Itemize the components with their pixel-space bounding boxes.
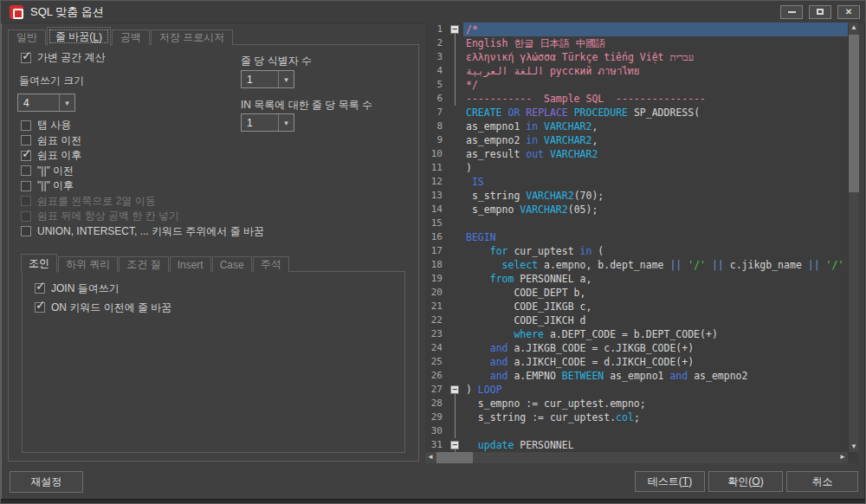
code-text[interactable]: )	[463, 161, 848, 175]
fold-collapse-icon[interactable]	[450, 385, 459, 394]
code-line[interactable]: 29 s_string := cur_uptest.col;	[425, 410, 848, 424]
code-text[interactable]: where a.DEPT_CODE = b.DEPT_CODE(+)	[463, 327, 848, 341]
code-text[interactable]: BEGIN	[463, 230, 848, 244]
code-text[interactable]: CODE_JIKCH d	[463, 313, 848, 327]
code-text[interactable]: as_empno1 in VARCHAR2,	[463, 120, 848, 133]
code-line[interactable]: 19 from PERSONNEL a,	[425, 272, 848, 286]
in-list-per-line-select[interactable]: 1	[241, 113, 294, 132]
code-text[interactable]: CREATE OR REPLACE PROCEDURE SP_ADDRESS(	[463, 106, 848, 120]
vertical-scroll-thumb[interactable]	[849, 35, 859, 192]
vertical-scrollbar[interactable]: ▲ ▼	[848, 23, 858, 452]
maximize-button[interactable]	[809, 5, 831, 19]
sql-preview-editor[interactable]: 1/*2English 한글 日本語 中國語3ελληνική γλώσσα T…	[425, 23, 858, 463]
chevron-down-icon[interactable]	[278, 71, 294, 87]
reset-button[interactable]: 재설정	[10, 471, 83, 493]
code-line[interactable]: 14 s_empno VARCHAR2(05);	[425, 203, 848, 216]
code-line[interactable]: 30	[425, 424, 848, 438]
checkbox-box[interactable]	[35, 302, 45, 313]
code-line[interactable]: 1/*	[425, 23, 848, 36]
code-text[interactable]: select a.empno, b.dept_name || '/' || c.…	[463, 258, 848, 272]
variable-space-checkbox[interactable]: 가변 공간 계산	[21, 50, 106, 66]
checkbox-box[interactable]	[35, 283, 45, 294]
ok-button[interactable]: 확인(O)	[708, 471, 783, 492]
code-line[interactable]: 2English 한글 日本語 中國語	[425, 36, 848, 50]
fold-collapse-icon[interactable]	[450, 441, 459, 449]
code-text-selected-line[interactable]: /*	[463, 23, 848, 36]
chevron-down-icon[interactable]	[278, 114, 294, 131]
code-line[interactable]: 18 select a.empno, b.dept_name || '/' ||…	[425, 258, 848, 272]
code-line[interactable]: 6----------- Sample SQL ---------------	[425, 92, 848, 106]
code-text[interactable]: and a.JIKGB_CODE = c.JIKGB_CODE(+)	[463, 341, 848, 355]
code-line[interactable]: 26 and a.EMPNO BETWEEN as_empno1 and as_…	[425, 369, 848, 383]
code-text[interactable]: s_string := cur_uptest.col;	[463, 410, 848, 424]
fold-margin[interactable]	[448, 383, 463, 397]
code-line[interactable]: 27) LOOP	[425, 383, 848, 397]
code-line[interactable]: 17 for cur_uptest in (	[425, 244, 848, 258]
subtab-condition[interactable]: 조건 절	[119, 256, 168, 272]
code-line[interactable]: 9as_empno2 in VARCHAR2,	[425, 133, 848, 147]
code-text[interactable]: English 한글 日本語 中國語	[463, 36, 848, 50]
fold-collapse-icon[interactable]	[450, 25, 459, 34]
code-text[interactable]: update PERSONNEL	[463, 438, 848, 452]
checkbox-box[interactable]	[21, 151, 31, 161]
code-text[interactable]: CODE_JIKGB c,	[463, 300, 848, 313]
tab-general[interactable]: 일반	[8, 29, 46, 45]
tab-stored-procedure[interactable]: 저장 프로시저	[151, 29, 233, 45]
subtab-subquery[interactable]: 하위 쿼리	[58, 256, 118, 272]
code-line[interactable]: 21 CODE_JIKGB c,	[425, 300, 848, 313]
horizontal-scrollbar[interactable]: ◄ ►	[425, 452, 848, 463]
code-line[interactable]: 16BEGIN	[425, 230, 848, 244]
join-indent-checkbox[interactable]: JOIN 들여쓰기	[35, 279, 171, 298]
tab-line-break[interactable]: 줄 바꿈(L)	[47, 27, 111, 46]
scroll-right-icon[interactable]: ►	[837, 452, 848, 462]
subtab-insert[interactable]: Insert	[170, 256, 211, 272]
close-button[interactable]	[837, 5, 860, 19]
scroll-down-icon[interactable]: ▼	[849, 442, 859, 452]
checkbox-box[interactable]	[21, 53, 31, 63]
subtab-case[interactable]: Case	[212, 256, 252, 272]
use-tab-checkbox[interactable]: 탭 사용	[21, 118, 264, 133]
scroll-up-icon[interactable]: ▲	[849, 23, 859, 33]
chevron-down-icon[interactable]	[59, 94, 74, 111]
code-text[interactable]: s_string VARCHAR2(70);	[463, 189, 848, 203]
minimize-button[interactable]	[780, 5, 803, 19]
code-area[interactable]: 1/*2English 한글 日本語 中國語3ελληνική γλώσσα T…	[425, 23, 848, 452]
checkbox-box[interactable]	[21, 226, 31, 236]
test-button[interactable]: 테스트(T)	[635, 471, 705, 492]
code-text[interactable]: ) LOOP	[463, 383, 848, 397]
code-line[interactable]: 5*/	[425, 78, 848, 92]
checkbox-box[interactable]	[21, 181, 31, 191]
fold-margin[interactable]	[448, 438, 463, 452]
code-text[interactable]: for cur_uptest in (	[463, 244, 848, 258]
code-text[interactable]: and a.JIKCH_CODE = d.JIKCH_CODE(+)	[463, 355, 848, 369]
code-line[interactable]: 4اللغة العربية русский ภาษาไทย	[425, 64, 848, 78]
scroll-left-icon[interactable]: ◄	[425, 452, 436, 462]
subtab-comment[interactable]: 주석	[253, 256, 289, 272]
code-line[interactable]: 23 where a.DEPT_CODE = b.DEPT_CODE(+)	[425, 327, 848, 341]
after-comma-checkbox[interactable]: 쉼표 이후	[21, 148, 264, 164]
code-line[interactable]: 8as_empno1 in VARCHAR2,	[425, 120, 848, 133]
code-line[interactable]: 28 s_empno := cur_uptest.empno;	[425, 397, 848, 410]
before-concat-checkbox[interactable]: "||" 이전	[21, 164, 264, 179]
tab-whitespace[interactable]: 공백	[112, 29, 150, 45]
code-line[interactable]: 7CREATE OR REPLACE PROCEDURE SP_ADDRESS(	[425, 106, 848, 120]
identifiers-per-line-select[interactable]: 1	[241, 70, 294, 88]
code-line[interactable]: 22 CODE_JIKCH d	[425, 313, 848, 327]
code-line[interactable]: 13 s_string VARCHAR2(70);	[425, 189, 848, 203]
fold-margin[interactable]	[448, 23, 463, 36]
checkbox-box[interactable]	[21, 165, 31, 176]
code-line[interactable]: 12 IS	[425, 175, 848, 189]
cancel-button[interactable]: 취소	[786, 471, 858, 492]
horizontal-scroll-thumb[interactable]	[436, 452, 473, 463]
code-line[interactable]: 25 and a.JIKCH_CODE = d.JIKCH_CODE(+)	[425, 355, 848, 369]
break-before-on-checkbox[interactable]: ON 키워드 이전에 줄 바꿈	[35, 298, 171, 317]
code-text[interactable]: as_result out VARCHAR2	[463, 147, 848, 161]
union-linebreak-checkbox[interactable]: UNION, INTERSECT, ... 키워드 주위에서 줄 바꿈	[21, 224, 264, 240]
code-text[interactable]: from PERSONNEL a,	[463, 272, 848, 286]
code-line[interactable]: 31 update PERSONNEL	[425, 438, 848, 452]
code-line[interactable]: 11)	[425, 161, 848, 175]
before-comma-checkbox[interactable]: 쉼표 이전	[21, 133, 264, 149]
code-text[interactable]: اللغة العربية русский ภาษาไทย	[463, 64, 848, 78]
after-concat-checkbox[interactable]: "||" 이후	[21, 178, 264, 194]
code-line[interactable]: 15	[425, 216, 848, 230]
